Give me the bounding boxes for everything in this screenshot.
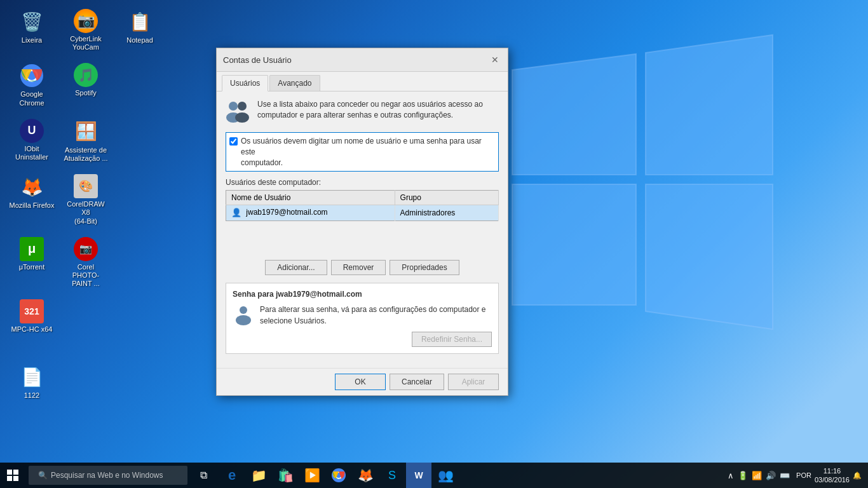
file-1122-label: 1122 <box>24 391 39 400</box>
network-icon: 📶 <box>752 471 762 480</box>
taskbar-word[interactable]: W <box>406 463 431 488</box>
assistente-label: Assistente deAtualização ... <box>64 146 107 163</box>
dialog-info-row: Use a lista abaixo para conceder ou nega… <box>226 99 499 125</box>
taskbar-search[interactable]: 🔍 Pesquisar na Web e no Windows <box>29 466 187 485</box>
dialog-footer: OK Cancelar Aplicar <box>217 368 508 395</box>
coreldraw-label: CorelDRAW X8(64-Bit) <box>63 200 109 226</box>
notepad-icon: 📋 <box>127 9 153 34</box>
battery-icon: 🔋 <box>738 471 748 480</box>
cyberlink-icon: 📷 <box>74 9 98 33</box>
expand-tray-icon[interactable]: ∧ <box>728 471 734 480</box>
mpchc-label: MPC-HC x64 <box>11 325 53 334</box>
desktop-icon-notepad[interactable]: 📋 Notepad <box>114 6 165 54</box>
user-name-cell: 👤 jwab1979@hotmail.com <box>226 205 395 221</box>
cancelar-button[interactable]: Cancelar <box>390 374 444 390</box>
desktop-icon-cyberlink[interactable]: 📷 CyberLinkYouCam <box>60 6 111 54</box>
users-must-login-checkbox[interactable] <box>229 137 238 146</box>
svg-point-12 <box>236 315 251 325</box>
users-section-label: Usuários deste computador: <box>226 178 499 187</box>
desktop-icon-corelphoto[interactable]: 📷 CorelPHOTO-PAINT ... <box>60 234 111 291</box>
desktop-icon-coreldraw[interactable]: 🎨 CorelDRAW X8(64-Bit) <box>60 172 111 228</box>
desktop-icon-iobit[interactable]: U IObit Uninstaller <box>6 116 57 165</box>
windows-logo <box>474 19 804 351</box>
lixeira-label: Lixeira <box>22 36 42 44</box>
file-1122-icon: 📄 <box>19 364 44 390</box>
svg-marker-3 <box>646 184 773 329</box>
desktop-icon-spotify[interactable]: 🎵 Spotify <box>60 60 111 109</box>
aplicar-button[interactable]: Aplicar <box>448 374 499 390</box>
password-icon <box>233 304 255 326</box>
notepad-label: Notepad <box>126 36 153 44</box>
taskbar-explorer[interactable]: 📁 <box>246 463 271 488</box>
taskbar-users[interactable]: 👥 <box>433 463 458 488</box>
search-icon: 🔍 <box>38 471 48 480</box>
adicionar-button[interactable]: Adicionar... <box>265 260 327 275</box>
desktop-icon-utorrent[interactable]: μ μTorrent <box>6 234 57 291</box>
notifications-icon[interactable]: 🔔 <box>853 471 862 480</box>
taskbar-store[interactable]: 🛍️ <box>273 463 298 488</box>
firefox-icon: 🦊 <box>19 174 44 200</box>
iobit-label: IObit Uninstaller <box>9 145 55 161</box>
assistente-icon: 🪟 <box>73 119 98 144</box>
start-button[interactable] <box>0 463 25 488</box>
keyboard-icon: ⌨️ <box>780 471 790 480</box>
spotify-label: Spotify <box>75 89 97 97</box>
password-info-text: Para alterar sua senha, vá para as confi… <box>260 304 492 347</box>
password-info-row: Para alterar sua senha, vá para as confi… <box>233 304 492 347</box>
password-section: Senha para jwab1979@hotmail.com Para alt… <box>226 283 499 354</box>
utorrent-label: μTorrent <box>19 263 45 271</box>
users-info-icon <box>226 99 251 125</box>
svg-point-7 <box>229 102 238 111</box>
iobit-icon: U <box>20 119 44 143</box>
propriedades-button[interactable]: Propriedades <box>390 260 459 275</box>
user-accounts-dialog: Contas de Usuário ✕ Usuários Avançado <box>216 48 508 396</box>
dialog-tabs: Usuários Avançado <box>217 72 508 92</box>
tab-avancado[interactable]: Avançado <box>269 75 320 91</box>
svg-rect-15 <box>7 476 12 481</box>
volume-icon: 🔊 <box>766 471 776 480</box>
firefox-label: Mozilla Firefox <box>10 201 55 210</box>
svg-rect-13 <box>7 470 12 475</box>
desktop-icon-mpchc[interactable]: 321 MPC-HC x64 <box>6 297 57 336</box>
ok-button[interactable]: OK <box>335 374 386 390</box>
desktop-icon-1122[interactable]: 📄 1122 <box>6 362 57 402</box>
taskbar-skype[interactable]: S <box>379 463 405 488</box>
taskbar-chrome[interactable] <box>326 463 351 488</box>
desktop-icons: 🗑️ Lixeira 📷 CyberLinkYouCam 📋 Notepad <box>6 6 165 403</box>
reset-password-button[interactable]: Redefinir Senha... <box>412 332 492 347</box>
desktop: 🗑️ Lixeira 📷 CyberLinkYouCam 📋 Notepad <box>0 0 868 488</box>
svg-rect-14 <box>13 470 18 475</box>
desktop-icon-chrome[interactable]: Google Chrome <box>6 60 57 109</box>
desktop-icon-lixeira[interactable]: 🗑️ Lixeira <box>6 6 57 54</box>
task-view-button[interactable]: ⧉ <box>191 463 216 488</box>
password-section-title: Senha para jwab1979@hotmail.com <box>233 290 492 299</box>
coreldraw-icon: 🎨 <box>74 174 98 198</box>
action-buttons: Adicionar... Remover Propriedades <box>226 260 499 275</box>
svg-marker-1 <box>646 35 773 175</box>
checkbox-row: Os usuários devem digitar um nome de usu… <box>226 132 499 172</box>
desktop-icon-firefox[interactable]: 🦊 Mozilla Firefox <box>6 172 57 228</box>
desktop-icon-assistente[interactable]: 🪟 Assistente deAtualização ... <box>60 116 111 165</box>
table-row[interactable]: 👤 jwab1979@hotmail.com Administradores <box>226 205 499 221</box>
taskbar-media[interactable]: ▶️ <box>299 463 325 488</box>
language-indicator: POR <box>796 471 811 479</box>
checkbox-label: Os usuários devem digitar um nome de usu… <box>241 136 495 168</box>
taskbar-edge[interactable]: e <box>219 463 245 488</box>
dialog-title: Contas de Usuário <box>223 55 292 65</box>
cyberlink-label: CyberLinkYouCam <box>70 35 102 51</box>
remover-button[interactable]: Remover <box>331 260 386 275</box>
svg-rect-16 <box>13 476 18 481</box>
col-header-group: Grupo <box>395 191 498 205</box>
corelphoto-label: CorelPHOTO-PAINT ... <box>63 263 109 288</box>
user-row-icon: 👤 <box>231 208 241 218</box>
svg-marker-2 <box>512 184 636 305</box>
lixeira-icon: 🗑️ <box>19 9 44 34</box>
users-table: Nome de Usuário Grupo 👤 jwab1979@hotmail… <box>226 190 499 221</box>
search-placeholder: Pesquisar na Web e no Windows <box>51 471 163 480</box>
dialog-close-button[interactable]: ✕ <box>489 53 501 66</box>
time-display: 11:16 <box>815 466 850 475</box>
taskbar-firefox[interactable]: 🦊 <box>353 463 378 488</box>
dialog-info-text: Use a lista abaixo para conceder ou nega… <box>257 99 499 121</box>
tab-usuarios[interactable]: Usuários <box>222 75 268 92</box>
users-table-container: Nome de Usuário Grupo 👤 jwab1979@hotmail… <box>226 190 499 260</box>
